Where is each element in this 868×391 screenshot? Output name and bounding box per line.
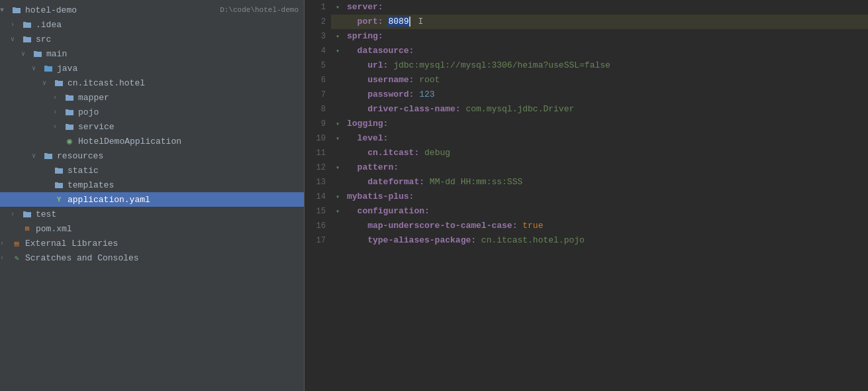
tree-label: hotel-demo	[25, 5, 215, 15]
arrow-mapper[interactable]: ›	[53, 94, 64, 101]
tree-item-src[interactable]: ∨ src	[0, 32, 304, 46]
yaml-key: cn.itcast:	[347, 148, 424, 158]
fold-marker-10[interactable]	[336, 135, 340, 142]
line-number-7: 7	[305, 87, 331, 102]
tree-item-hotel-demo-application[interactable]: ◉ HotelDemoApplication	[0, 134, 304, 148]
tree-item-static[interactable]: static	[0, 163, 304, 178]
line-content-13[interactable]: dateformat: MM-dd HH:mm:ss:SSS	[344, 175, 868, 190]
gutter-12[interactable]	[331, 160, 344, 175]
yaml-key: logging:	[347, 119, 388, 129]
editor-line-15: 15 configuration:	[305, 204, 868, 219]
tree-label: main	[46, 49, 299, 59]
fold-marker-3[interactable]	[336, 32, 340, 40]
libs-icon: ▤	[11, 238, 23, 249]
tree-item-resources[interactable]: ∨ resources	[0, 148, 304, 163]
tree-label: pojo	[78, 107, 299, 117]
tree-item-service[interactable]: › service	[0, 119, 304, 134]
tree-item-external-libs[interactable]: › ▤ External Libraries	[0, 236, 304, 251]
scratches-icon: ✎	[11, 252, 23, 263]
line-content-4[interactable]: datasource:	[344, 44, 868, 58]
tree-label: application.yaml	[68, 195, 299, 205]
tree-item-main[interactable]: ∨ main	[0, 46, 304, 61]
yaml-key: mybatis-plus:	[347, 192, 414, 201]
line-content-2[interactable]: port: 8089 I	[344, 15, 868, 29]
folder-icon	[32, 48, 44, 59]
line-content-15[interactable]: configuration:	[344, 204, 868, 219]
arrow-scratches[interactable]: ›	[0, 254, 11, 262]
tree-label: src	[36, 34, 299, 44]
tree-item-templates[interactable]: templates	[0, 178, 304, 192]
gutter-5	[331, 58, 344, 73]
line-content-8[interactable]: driver-class-name: com.mysql.jdbc.Driver	[344, 102, 868, 117]
editor-line-13: 13 dateformat: MM-dd HH:mm:ss:SSS	[305, 175, 868, 190]
arrow-java[interactable]: ∨	[32, 64, 42, 72]
code-editor[interactable]: 1 server: 2 port: 8089 I 3 spring: 4 dat…	[305, 0, 868, 391]
line-number-16: 16	[305, 219, 331, 233]
line-content-11[interactable]: cn.itcast: debug	[344, 146, 868, 160]
arrow-resources[interactable]: ∨	[32, 152, 42, 160]
line-content-1[interactable]: server:	[344, 0, 868, 15]
tree-item-test[interactable]: › test	[0, 207, 304, 221]
line-content-5[interactable]: url: jdbc:mysql://mysql:3306/heima?useSS…	[344, 58, 868, 73]
tree-item-hotel-demo[interactable]: ▼ hotel-demo D:\code\hotel-demo	[0, 3, 304, 17]
editor-line-3: 3 spring:	[305, 29, 868, 44]
yaml-value: true	[522, 221, 543, 231]
yaml-value: debug	[424, 148, 450, 158]
tree-label: pom.xml	[36, 224, 299, 234]
arrow-main[interactable]: ∨	[21, 50, 32, 58]
tree-label: cn.itcast.hotel	[68, 78, 299, 88]
line-number-5: 5	[305, 58, 331, 73]
selected-value: 8089	[388, 17, 409, 27]
arrow-service[interactable]: ›	[53, 123, 64, 131]
line-number-12: 12	[305, 160, 331, 175]
fold-marker-9[interactable]	[336, 120, 340, 128]
tree-label: mapper	[78, 93, 299, 103]
tree-item-cn-itcast-hotel[interactable]: ∨ cn.itcast.hotel	[0, 76, 304, 90]
line-content-9[interactable]: logging:	[344, 117, 868, 131]
file-tree[interactable]: ▼ hotel-demo D:\code\hotel-demo › .idea …	[0, 0, 305, 391]
gutter-10[interactable]	[331, 131, 344, 146]
line-content-14[interactable]: mybatis-plus:	[344, 190, 868, 204]
arrow-src[interactable]: ∨	[11, 35, 21, 43]
gutter-14[interactable]	[331, 190, 344, 204]
tree-item-pojo[interactable]: › pojo	[0, 105, 304, 119]
gutter-1[interactable]	[331, 0, 344, 15]
tree-item-pom-xml[interactable]: m pom.xml	[0, 221, 304, 236]
line-content-17[interactable]: type-aliases-package: cn.itcast.hotel.po…	[344, 233, 868, 248]
gutter-4[interactable]	[331, 44, 344, 58]
arrow-idea[interactable]: ›	[11, 21, 21, 28]
tree-item-idea[interactable]: › .idea	[0, 17, 304, 32]
line-content-10[interactable]: level:	[344, 131, 868, 146]
line-content-3[interactable]: spring:	[344, 29, 868, 44]
tree-item-scratches[interactable]: › ✎ Scratches and Consoles	[0, 251, 304, 265]
gutter-3[interactable]	[331, 29, 344, 44]
arrow-pojo[interactable]: ›	[53, 109, 64, 116]
arrow-test[interactable]: ›	[11, 211, 21, 218]
tree-label: resources	[57, 151, 299, 161]
fold-marker-1[interactable]	[336, 3, 340, 11]
tree-label: HotelDemoApplication	[78, 137, 299, 146]
fold-marker-12[interactable]	[336, 164, 340, 172]
line-number-9: 9	[305, 117, 331, 131]
fold-marker-15[interactable]	[336, 207, 340, 215]
tree-item-java[interactable]: ∨ java	[0, 61, 304, 76]
line-content-7[interactable]: password: 123	[344, 87, 868, 102]
tree-item-application-yaml[interactable]: Y application.yaml	[0, 192, 304, 207]
tree-item-mapper[interactable]: › mapper	[0, 90, 304, 105]
gutter-9[interactable]	[331, 117, 344, 131]
line-number-4: 4	[305, 44, 331, 58]
tree-label: External Libraries	[25, 239, 299, 249]
fold-marker-4[interactable]	[336, 47, 340, 55]
arrow-external[interactable]: ›	[0, 240, 11, 247]
yaml-value: jdbc:mysql://mysql:3306/heima?useSSL=fal…	[393, 60, 610, 70]
line-content-12[interactable]: pattern:	[344, 160, 868, 175]
yaml-value: cn.itcast.hotel.pojo	[481, 235, 585, 245]
editor-line-14: 14 mybatis-plus:	[305, 190, 868, 204]
arrow-hotel-demo[interactable]: ▼	[0, 7, 11, 14]
gutter-15[interactable]	[331, 204, 344, 219]
line-content-6[interactable]: username: root	[344, 73, 868, 87]
fold-marker-14[interactable]	[336, 193, 340, 201]
gutter-7	[331, 87, 344, 102]
line-content-16[interactable]: map-underscore-to-camel-case: true	[344, 219, 868, 233]
arrow-cn-itcast[interactable]: ∨	[42, 79, 53, 87]
